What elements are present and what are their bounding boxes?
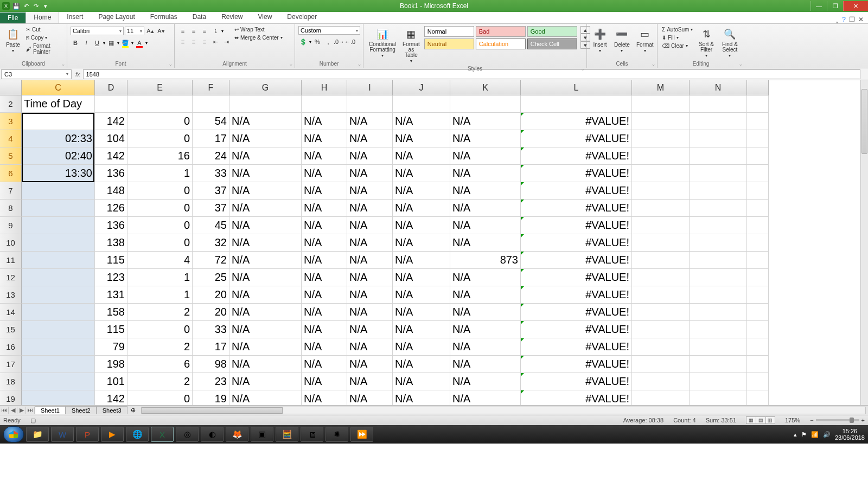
cell[interactable] [747, 130, 769, 147]
align-center-icon[interactable]: ≡ [189, 37, 199, 47]
cell[interactable] [22, 234, 95, 252]
cell[interactable]: #VALUE! [521, 200, 632, 217]
sheet-tab-sheet2[interactable]: Sheet2 [66, 406, 97, 414]
zoom-in-icon[interactable]: + [861, 417, 865, 423]
cell[interactable]: N/A [393, 338, 450, 356]
cell[interactable]: N/A [302, 269, 347, 286]
increase-decimal-icon[interactable]: .0→ [334, 37, 344, 47]
cell[interactable]: 17 [193, 130, 229, 147]
cell[interactable]: N/A [450, 304, 521, 321]
cell[interactable]: N/A [450, 113, 521, 130]
row-header-9[interactable]: 9 [0, 217, 22, 234]
cell[interactable]: N/A [229, 252, 302, 269]
cell[interactable]: N/A [450, 321, 521, 338]
cell[interactable]: N/A [347, 356, 393, 373]
format-cells-button[interactable]: ▭Format▾ [634, 26, 656, 54]
cell[interactable] [690, 95, 747, 113]
cell[interactable] [22, 356, 95, 373]
cell[interactable]: #VALUE! [521, 338, 632, 356]
cell[interactable]: #VALUE! [521, 252, 632, 269]
percent-format-icon[interactable]: % [312, 37, 322, 47]
sheet-tab-sheet1[interactable]: Sheet1 [35, 406, 66, 414]
cell[interactable]: N/A [347, 286, 393, 304]
tab-developer[interactable]: Developer [279, 11, 324, 23]
cell[interactable]: N/A [229, 286, 302, 304]
fill-color-button[interactable]: 🪣 [120, 38, 130, 48]
cell[interactable]: 02:40 [22, 147, 95, 165]
cell[interactable] [632, 269, 690, 286]
help-icon[interactable]: ? [842, 16, 846, 23]
cell[interactable] [193, 95, 229, 113]
cell[interactable]: 126 [95, 200, 127, 217]
cell[interactable]: #VALUE! [521, 147, 632, 165]
cell[interactable]: N/A [229, 390, 302, 405]
align-bottom-icon[interactable]: ≡ [200, 26, 209, 36]
comma-format-icon[interactable]: , [323, 37, 333, 47]
sheet-nav-3[interactable]: ⏭ [26, 407, 35, 414]
cell[interactable]: N/A [229, 217, 302, 234]
tab-file[interactable]: File [0, 12, 25, 23]
increase-font-icon[interactable]: A▴ [145, 26, 155, 36]
format-as-table-button[interactable]: ▦ Format as Table▾ [400, 26, 422, 65]
cell[interactable]: N/A [229, 356, 302, 373]
cell[interactable]: 142 [95, 113, 127, 130]
view-normal-icon[interactable]: ▦ [746, 416, 756, 424]
column-header-C[interactable]: C [22, 80, 95, 95]
cell[interactable] [690, 390, 747, 405]
cell[interactable] [632, 373, 690, 390]
tab-review[interactable]: Review [214, 11, 250, 23]
view-page-break-icon[interactable]: ▥ [765, 416, 775, 424]
taskbar-word-icon[interactable]: W [51, 427, 74, 442]
cell[interactable] [690, 338, 747, 356]
style-calculation[interactable]: Calculation [476, 38, 526, 49]
column-header-D[interactable]: D [95, 80, 127, 95]
cell[interactable]: 136 [95, 165, 127, 182]
sheet-nav-1[interactable]: ◀ [9, 407, 17, 414]
cell[interactable] [22, 217, 95, 234]
row-header-7[interactable]: 7 [0, 182, 22, 200]
cell[interactable] [302, 95, 347, 113]
cell[interactable] [393, 95, 450, 113]
qat-redo-icon[interactable]: ↷ [31, 2, 40, 10]
cell[interactable]: 0 [127, 182, 193, 200]
cell[interactable]: #VALUE! [521, 269, 632, 286]
macro-record-icon[interactable]: ▢ [30, 417, 36, 424]
cut-button[interactable]: ✂Cut [25, 26, 63, 33]
cell[interactable]: Time of Day [22, 95, 95, 113]
cell[interactable] [690, 356, 747, 373]
row-header-8[interactable]: 8 [0, 200, 22, 217]
cell[interactable] [690, 269, 747, 286]
column-header-extra[interactable] [747, 80, 769, 95]
cell[interactable] [632, 130, 690, 147]
cell[interactable]: N/A [229, 165, 302, 182]
cell[interactable] [632, 304, 690, 321]
cell[interactable]: N/A [229, 200, 302, 217]
row-header-2[interactable]: 2 [0, 95, 22, 113]
row-header-17[interactable]: 17 [0, 356, 22, 373]
cell[interactable]: N/A [229, 147, 302, 165]
new-sheet-icon[interactable]: ⊕ [127, 407, 139, 414]
cell[interactable]: N/A [450, 390, 521, 405]
tray-flag-icon[interactable]: ⚑ [801, 431, 807, 438]
cell[interactable]: 873 [450, 252, 521, 269]
delete-cells-button[interactable]: ➖Delete▾ [612, 26, 632, 54]
maximize-button[interactable]: ❐ [827, 1, 843, 11]
cell[interactable]: N/A [229, 373, 302, 390]
sheet-nav-0[interactable]: ⏮ [0, 407, 9, 414]
tray-show-hidden-icon[interactable]: ▴ [794, 431, 797, 438]
cell[interactable]: #VALUE! [521, 356, 632, 373]
cell[interactable]: N/A [302, 356, 347, 373]
cell[interactable]: 98 [193, 356, 229, 373]
window-restore-icon[interactable]: ❐ [849, 16, 855, 23]
cell[interactable] [690, 130, 747, 147]
cell[interactable]: 115 [95, 252, 127, 269]
cell[interactable]: N/A [347, 321, 393, 338]
column-header-I[interactable]: I [347, 80, 393, 95]
border-button[interactable]: ▦ [106, 38, 116, 48]
tray-clock[interactable]: 15:26 23/06/2018 [835, 428, 865, 441]
cell[interactable]: 0 [127, 321, 193, 338]
cell[interactable]: N/A [393, 130, 450, 147]
tray-network-icon[interactable]: 📶 [811, 431, 819, 438]
tab-page-layout[interactable]: Page Layout [91, 11, 142, 23]
row-header-11[interactable]: 11 [0, 252, 22, 269]
